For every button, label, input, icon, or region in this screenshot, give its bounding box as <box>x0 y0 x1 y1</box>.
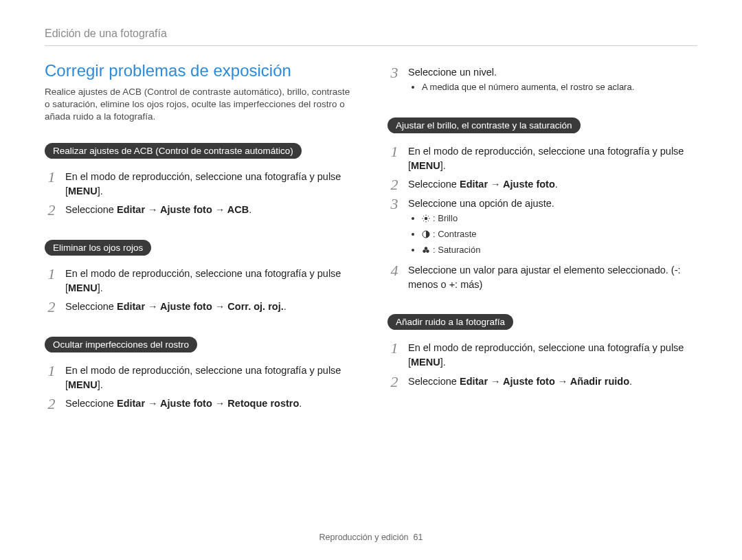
option-label: : Contraste <box>433 229 477 239</box>
section-title: Corregir problemas de exposición <box>45 61 355 80</box>
subsection-acb-pill: Realizar ajustes de ACB (Control de cont… <box>45 143 302 159</box>
text-fragment: En el modo de reproducción, seleccione u… <box>408 146 684 171</box>
step-text: En el modo de reproducción, seleccione u… <box>65 363 355 392</box>
menu-key: MENU <box>411 160 440 171</box>
text-fragment: Seleccione <box>408 376 460 387</box>
page-number: 61 <box>414 533 423 542</box>
step-row: 1 En el modo de reproducción, seleccione… <box>45 363 355 392</box>
text-fragment: . <box>555 179 558 190</box>
right-column: 3 Seleccione un nivel. A medida que el n… <box>387 61 697 416</box>
text-fragment: . <box>299 398 302 409</box>
menu-key: MENU <box>68 379 98 390</box>
svg-point-11 <box>423 249 426 253</box>
text-fragment: Seleccione una opción de ajuste. <box>408 198 554 209</box>
text-fragment: ]. <box>440 160 446 171</box>
menu-path: Editar → Ajuste foto <box>460 179 555 190</box>
sub-bullet: A medida que el número aumenta, el rostr… <box>422 81 634 94</box>
step-text: En el modo de reproducción, seleccione u… <box>408 144 697 173</box>
page-header: Edición de una fotografía <box>45 27 697 46</box>
step-text: Seleccione Editar → Ajuste foto → Añadir… <box>408 374 632 389</box>
acb-steps: 1 En el modo de reproducción, seleccione… <box>45 170 355 218</box>
step-number: 2 <box>387 177 401 192</box>
svg-line-8 <box>423 221 424 221</box>
step-row: 1 En el modo de reproducción, seleccione… <box>387 144 697 173</box>
text-fragment: En el modo de reproducción, seleccione u… <box>65 171 341 197</box>
text-fragment: . <box>249 204 251 215</box>
step-number: 1 <box>45 363 58 379</box>
text-fragment: Seleccione <box>65 398 117 409</box>
contrast-icon <box>422 229 430 243</box>
subsection-redeye-pill: Eliminar los ojos rojos <box>45 240 151 256</box>
svg-line-7 <box>428 216 429 216</box>
text-fragment: En el modo de reproducción, seleccione u… <box>408 342 684 368</box>
step-text: Seleccione una opción de ajuste. : Brill… <box>408 197 554 260</box>
option-label: : Brillo <box>433 213 458 223</box>
text-fragment: Seleccione <box>65 204 117 215</box>
step-number: 3 <box>387 65 401 80</box>
redeye-steps: 1 En el modo de reproducción, seleccione… <box>45 267 355 315</box>
text-fragment: ]. <box>98 379 103 390</box>
menu-path: Editar → Ajuste foto → Corr. oj. roj. <box>117 301 284 312</box>
menu-path: Editar → Ajuste foto → Retoque rostro <box>117 398 299 409</box>
menu-key: MENU <box>68 282 98 293</box>
menu-key: MENU <box>411 357 440 368</box>
page-footer: Reproducción y edición 61 <box>0 533 742 542</box>
step-text: Seleccione un nivel. A medida que el núm… <box>408 65 634 96</box>
sub-bullet-list: : Brillo : Contraste : Saturación <box>408 212 554 258</box>
svg-point-0 <box>425 217 427 220</box>
step-row: 2 Seleccione Editar → Ajuste foto → Corr… <box>45 300 355 315</box>
manual-page: Edición de una fotografía Corregir probl… <box>0 0 742 560</box>
text-fragment: En el modo de reproducción, seleccione u… <box>65 365 341 390</box>
brightness-icon <box>422 214 430 227</box>
step-row: 1 En el modo de reproducción, seleccione… <box>45 170 355 199</box>
svg-line-5 <box>423 216 424 216</box>
svg-point-10 <box>425 247 428 250</box>
text-fragment: Seleccione un nivel. <box>408 67 497 78</box>
step-number: 1 <box>387 144 401 159</box>
menu-path: Editar → Ajuste foto → ACB <box>117 204 249 215</box>
step-number: 2 <box>45 203 58 218</box>
step-row: 3 Seleccione una opción de ajuste. : Bri… <box>387 197 697 260</box>
step-text: En el modo de reproducción, seleccione u… <box>65 267 355 295</box>
footer-section: Reproducción y edición <box>319 533 409 542</box>
noise-steps: 1 En el modo de reproducción, seleccione… <box>387 341 697 389</box>
option-label: : Saturación <box>433 245 480 255</box>
section-intro: Realice ajustes de ACB (Control de contr… <box>45 86 355 124</box>
step-row: 1 En el modo de reproducción, seleccione… <box>387 341 697 370</box>
step-number: 1 <box>387 341 401 356</box>
step-text: Seleccione Editar → Ajuste foto → Retoqu… <box>65 396 302 411</box>
text-fragment: . <box>284 301 286 312</box>
step-number: 1 <box>45 170 58 185</box>
option-contrast: : Contraste <box>422 228 554 243</box>
svg-line-6 <box>428 221 429 221</box>
step-number: 2 <box>45 396 58 412</box>
step-number: 2 <box>387 374 401 390</box>
step-row: 3 Seleccione un nivel. A medida que el n… <box>387 65 697 96</box>
subsection-noise-pill: Añadir ruido a la fotografía <box>387 314 513 330</box>
step-number: 4 <box>387 263 401 278</box>
option-brightness: : Brillo <box>422 212 554 227</box>
step-number: 3 <box>387 197 401 212</box>
text-fragment: Seleccione <box>65 301 117 312</box>
subsection-bcs-pill: Ajustar el brillo, el contraste y la sat… <box>387 117 581 133</box>
text-fragment: En el modo de reproducción, seleccione u… <box>65 268 341 293</box>
text-fragment: Seleccione <box>408 179 460 190</box>
step-row: 4 Seleccione un valor para ajustar el el… <box>387 263 697 292</box>
face-steps-cont: 3 Seleccione un nivel. A medida que el n… <box>387 65 697 96</box>
step-number: 1 <box>45 267 58 282</box>
left-column: Corregir problemas de exposición Realice… <box>45 61 355 416</box>
saturation-icon <box>422 245 430 258</box>
step-text: Seleccione Editar → Ajuste foto → Corr. … <box>65 300 286 314</box>
face-steps: 1 En el modo de reproducción, seleccione… <box>45 363 355 412</box>
text-fragment: . <box>629 376 632 387</box>
menu-path: Editar → Ajuste foto → Añadir ruido <box>460 376 629 387</box>
menu-key: MENU <box>68 186 98 197</box>
step-text: En el modo de reproducción, seleccione u… <box>408 341 697 370</box>
step-row: 2 Seleccione Editar → Ajuste foto → ACB. <box>45 203 355 218</box>
sub-bullet-list: A medida que el número aumenta, el rostr… <box>408 81 634 94</box>
subsection-face-pill: Ocultar imperfecciones del rostro <box>45 337 197 352</box>
step-row: 1 En el modo de reproducción, seleccione… <box>45 267 355 295</box>
step-text: Seleccione Editar → Ajuste foto. <box>408 177 558 192</box>
text-fragment: ]. <box>98 282 103 293</box>
step-number: 2 <box>45 300 58 315</box>
